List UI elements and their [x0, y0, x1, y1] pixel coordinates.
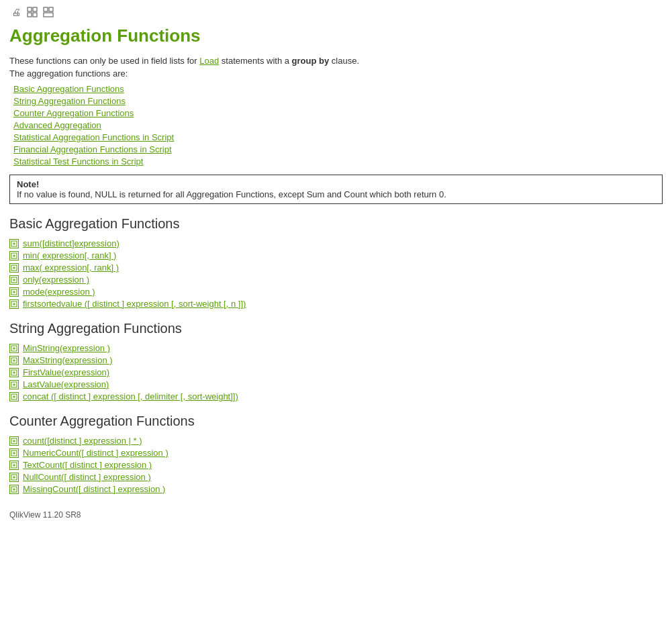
- list-item: sum([distinct]expression): [9, 238, 663, 248]
- list-item: only(expression ): [9, 275, 663, 285]
- print-icon[interactable]: 🖨: [9, 5, 23, 19]
- list-item: MinString(expression ): [9, 343, 663, 353]
- function-link[interactable]: LastValue(expression): [23, 379, 109, 389]
- function-icon: [9, 436, 19, 446]
- toc-link[interactable]: Basic Aggregation Functions: [13, 84, 124, 94]
- toc-link[interactable]: Counter Aggregation Functions: [13, 108, 134, 118]
- function-icon: [9, 299, 19, 309]
- page-title: Aggregation Functions: [9, 26, 663, 46]
- function-icon: [9, 485, 19, 494]
- toc-link[interactable]: Statistical Test Functions in Script: [13, 156, 143, 166]
- function-icon: [9, 368, 19, 377]
- toc-link[interactable]: Statistical Aggregation Functions in Scr…: [13, 132, 174, 142]
- function-list: sum([distinct]expression)min( expression…: [9, 238, 663, 309]
- list-item: mode(expression ): [9, 287, 663, 297]
- toc-item: Statistical Aggregation Functions in Scr…: [13, 132, 663, 142]
- toc-item: Basic Aggregation Functions: [13, 84, 663, 94]
- function-icon: [9, 263, 19, 273]
- svg-rect-5: [49, 7, 53, 11]
- function-link[interactable]: sum([distinct]expression): [23, 238, 119, 248]
- function-icon: [9, 275, 19, 285]
- list-item: count([distinct ] expression | * ): [9, 436, 663, 446]
- function-link[interactable]: NullCount([ distinct ] expression ): [23, 472, 151, 482]
- intro-text-end: clause.: [329, 56, 359, 66]
- toc-item: Financial Aggregation Functions in Scrip…: [13, 144, 663, 154]
- function-icon: [9, 251, 19, 260]
- function-icon: [9, 461, 19, 470]
- load-link[interactable]: Load: [199, 56, 219, 66]
- function-icon: [9, 356, 19, 365]
- note-title: Note!: [17, 179, 39, 189]
- list-item: concat ([ distinct ] expression [, delim…: [9, 391, 663, 401]
- list-item: MaxString(expression ): [9, 355, 663, 365]
- svg-rect-2: [28, 13, 32, 17]
- function-link[interactable]: concat ([ distinct ] expression [, delim…: [23, 391, 238, 401]
- section-title: Basic Aggregation Functions: [9, 216, 663, 232]
- list-item: NumericCount([ distinct ] expression ): [9, 448, 663, 458]
- function-icon: [9, 448, 19, 458]
- function-link[interactable]: NumericCount([ distinct ] expression ): [23, 448, 169, 458]
- list-item: LastValue(expression): [9, 379, 663, 389]
- list-item: firstsortedvalue ([ distinct ] expressio…: [9, 299, 663, 309]
- function-link[interactable]: FirstValue(expression): [23, 367, 109, 377]
- function-link[interactable]: TextCount([ distinct ] expression ): [23, 460, 152, 470]
- svg-rect-1: [33, 7, 37, 11]
- collapse-icon[interactable]: [42, 5, 55, 19]
- toc-link[interactable]: String Aggregation Functions: [13, 96, 126, 106]
- section-title: String Aggregation Functions: [9, 321, 663, 336]
- list-item: NullCount([ distinct ] expression ): [9, 472, 663, 482]
- function-list: count([distinct ] expression | * )Numeri…: [9, 436, 663, 494]
- expand-icon[interactable]: [26, 5, 39, 19]
- function-link[interactable]: count([distinct ] expression | * ): [23, 436, 142, 446]
- function-link[interactable]: only(expression ): [23, 275, 89, 285]
- svg-rect-3: [33, 13, 37, 17]
- function-link[interactable]: max( expression[, rank] ): [23, 262, 119, 273]
- toolbar: 🖨: [9, 5, 663, 19]
- intro-line1: These functions can only be used in fiel…: [9, 56, 663, 66]
- list-item: FirstValue(expression): [9, 367, 663, 377]
- sections-container: Basic Aggregation Functionssum([distinct…: [9, 216, 663, 494]
- function-link[interactable]: mode(expression ): [23, 287, 95, 297]
- svg-rect-6: [44, 13, 53, 17]
- footer-version: QlikView 11.20 SR8: [9, 510, 663, 520]
- note-box: Note! If no value is found, NULL is retu…: [9, 175, 663, 204]
- function-icon: [9, 473, 19, 482]
- intro-line2: The aggregation functions are:: [9, 68, 663, 79]
- list-item: MissingCount([ distinct ] expression ): [9, 484, 663, 494]
- function-link[interactable]: MissingCount([ distinct ] expression ): [23, 484, 165, 494]
- section-title: Counter Aggregation Functions: [9, 414, 663, 429]
- function-link[interactable]: MaxString(expression ): [23, 355, 113, 365]
- toc-link[interactable]: Financial Aggregation Functions in Scrip…: [13, 144, 172, 154]
- function-icon: [9, 239, 19, 248]
- intro-bold: group by: [292, 56, 330, 66]
- svg-rect-0: [28, 7, 32, 11]
- toc-item: Counter Aggregation Functions: [13, 108, 663, 118]
- function-link[interactable]: firstsortedvalue ([ distinct ] expressio…: [23, 299, 246, 309]
- toc-link[interactable]: Advanced Aggregation: [13, 120, 101, 130]
- toc-item: Advanced Aggregation: [13, 120, 663, 130]
- list-item: max( expression[, rank] ): [9, 262, 663, 273]
- function-list: MinString(expression )MaxString(expressi…: [9, 343, 663, 401]
- function-link[interactable]: MinString(expression ): [23, 343, 110, 353]
- svg-rect-4: [44, 7, 48, 11]
- function-icon: [9, 392, 19, 401]
- function-icon: [9, 344, 19, 353]
- toc-item: Statistical Test Functions in Script: [13, 156, 663, 166]
- function-icon: [9, 287, 19, 297]
- intro-text-before: These functions can only be used in fiel…: [9, 56, 199, 66]
- toc-item: String Aggregation Functions: [13, 96, 663, 106]
- function-icon: [9, 380, 19, 389]
- note-content: If no value is found, NULL is returned f…: [17, 189, 655, 199]
- intro-text-after: statements with a: [219, 56, 291, 66]
- function-link[interactable]: min( expression[, rank] ): [23, 250, 116, 260]
- toc-list: Basic Aggregation FunctionsString Aggreg…: [13, 84, 663, 166]
- list-item: min( expression[, rank] ): [9, 250, 663, 260]
- list-item: TextCount([ distinct ] expression ): [9, 460, 663, 470]
